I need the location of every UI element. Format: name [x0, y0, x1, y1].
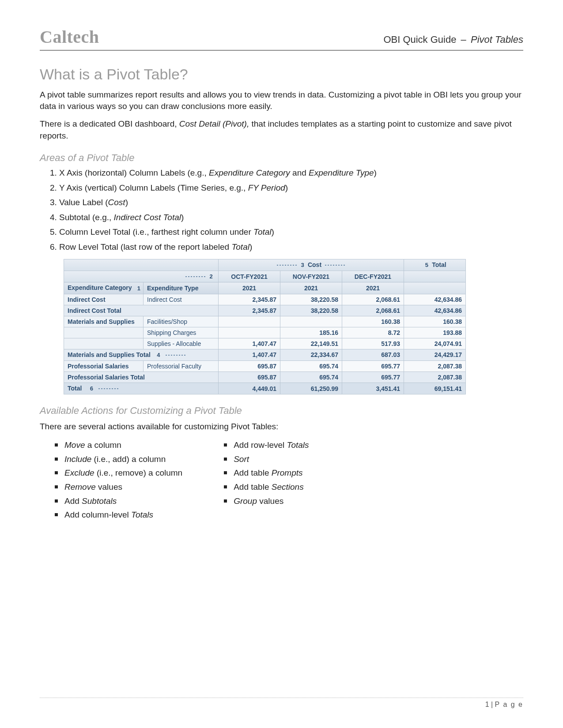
pivot-row-prof-total: Professorial Salaries Total 695.87 695.7… — [64, 372, 466, 383]
para2-a: There is a dedicated OBI dashboard, — [40, 119, 179, 128]
cell-v: 42,634.86 — [404, 305, 466, 316]
cell-v: 160.38 — [342, 316, 404, 327]
cell-v: 695.87 — [219, 360, 280, 372]
intro-para-2: There is a dedicated OBI dashboard, Cost… — [40, 118, 523, 141]
areas-heading: Areas of a Pivot Table — [40, 152, 523, 164]
pivot-year-3: 2021 — [342, 282, 404, 294]
intro-para-1: A pivot table summarizes report results … — [40, 89, 523, 112]
pivot-col-expcat: Expenditure Category 1 — [64, 282, 144, 294]
action-item: Move a column — [53, 439, 182, 451]
callout-4: 4 — [155, 352, 162, 359]
action-item: Remove values — [53, 481, 182, 493]
cell-type: Facilities/Shop — [144, 316, 219, 327]
actions-heading: Available Actions for Customizing a Pivo… — [40, 405, 523, 417]
cell-v: 22,334.67 — [280, 349, 342, 360]
cell-v: 1,407.47 — [219, 349, 280, 360]
cell-type: Shipping Charges — [144, 327, 219, 338]
para2-i: Cost Detail (Pivot), — [179, 119, 249, 128]
cell-v: 695.74 — [280, 360, 342, 372]
cell-v — [219, 327, 280, 338]
brand-logo: Caltech — [40, 26, 99, 47]
cell-v — [280, 316, 342, 327]
pivot-row-ms-supp: Supplies - Allocable 1,407.47 22,149.51 … — [64, 338, 466, 349]
cell-v — [219, 316, 280, 327]
pivot-total-label: Total — [432, 261, 446, 268]
pivot-row-indirect: Indirect Cost Indirect Cost 2,345.87 38,… — [64, 294, 466, 305]
header-bar: Caltech OBI Quick Guide – Pivot Tables — [40, 26, 523, 51]
cell-v: 61,250.99 — [280, 383, 342, 394]
cell-v: 69,151.41 — [404, 383, 466, 394]
actions-right: Add row-level Totals Sort Add table Prom… — [222, 437, 309, 523]
cell-grand: Total 6 — [64, 383, 219, 394]
action-item: Sort — [222, 454, 309, 465]
cell-cat — [64, 327, 144, 338]
callout-5: 5 — [423, 262, 430, 269]
doc-title-dash: – — [459, 34, 468, 45]
cell-v: 2,068.61 — [342, 305, 404, 316]
page-number: 1 — [485, 701, 489, 708]
pivot-blank-total2 — [404, 282, 466, 294]
doc-title-b: Pivot Tables — [471, 34, 523, 45]
pivot-col-exptype: Expenditure Type — [144, 282, 219, 294]
cell-v: 695.77 — [342, 372, 404, 383]
cell-v: 517.93 — [342, 338, 404, 349]
cell-v: 24,074.91 — [404, 338, 466, 349]
cell-v: 193.88 — [404, 327, 466, 338]
doc-title: OBI Quick Guide – Pivot Tables — [383, 34, 523, 45]
cell-v: 2,345.87 — [219, 294, 280, 305]
cell-v: 2,345.87 — [219, 305, 280, 316]
pivot-period-2: NOV-FY2021 — [280, 271, 342, 282]
action-item: Include (i.e., add) a column — [53, 454, 182, 465]
areas-item-2: Y Axis (vertical) Column Labels (Time Se… — [59, 182, 523, 194]
action-item: Add column-level Totals — [53, 509, 182, 521]
cell-subtotal: Materials and Supplies Total 4 — [64, 349, 219, 360]
pivot-period-1: OCT-FY2021 — [219, 271, 280, 282]
cell-cat: Professorial Salaries — [64, 360, 144, 372]
cell-v: 22,149.51 — [280, 338, 342, 349]
pivot-blank-top — [64, 259, 219, 270]
pivot-row-ms-fac: Materials and Supplies Facilities/Shop 1… — [64, 316, 466, 327]
pivot-row-prof: Professorial Salaries Professorial Facul… — [64, 360, 466, 372]
footer-sep: | — [489, 701, 495, 708]
cell-v: 3,451.41 — [342, 383, 404, 394]
cell-type: Indirect Cost — [144, 294, 219, 305]
areas-item-5: Column Level Total (i.e., farthest right… — [59, 226, 523, 238]
section-heading: What is a Pivot Table? — [40, 66, 523, 83]
cell-v: 8.72 — [342, 327, 404, 338]
pivot-table: 3 Cost 5 Total 2 OCT-FY2021 NOV-FY2021 D… — [64, 259, 466, 394]
cell-v: 185.16 — [280, 327, 342, 338]
pivot-cost-header: 3 Cost — [219, 259, 404, 270]
cell-v: 695.74 — [280, 372, 342, 383]
cell-v: 42,634.86 — [404, 294, 466, 305]
areas-item-3: Value Label (Cost) — [59, 197, 523, 208]
action-item: Group values — [222, 495, 309, 507]
cell-v: 4,449.01 — [219, 383, 280, 394]
action-item: Add Subtotals — [53, 495, 182, 507]
cell-v: 2,087.38 — [404, 372, 466, 383]
cell-type: Supplies - Allocable — [144, 338, 219, 349]
cell-v: 695.77 — [342, 360, 404, 372]
cell-cat: Indirect Cost — [64, 294, 144, 305]
pivot-cost-label: Cost — [308, 261, 321, 268]
pivot-year-2: 2021 — [280, 282, 342, 294]
pivot-table-figure: 3 Cost 5 Total 2 OCT-FY2021 NOV-FY2021 D… — [64, 259, 465, 394]
areas-list: X Axis (horizontal) Column Labels (e.g.,… — [43, 167, 523, 253]
actions-left: Move a column Include (i.e., add) a colu… — [53, 437, 182, 523]
cell-v: 2,068.61 — [342, 294, 404, 305]
pivot-blank-period: 2 — [64, 271, 219, 282]
cell-cat: Materials and Supplies — [64, 316, 144, 327]
pivot-row-ms-total: Materials and Supplies Total 4 1,407.47 … — [64, 349, 466, 360]
action-item: Add table Prompts — [222, 467, 309, 479]
cell-subtotal: Indirect Cost Total — [64, 305, 219, 316]
cell-v: 24,429.17 — [404, 349, 466, 360]
cell-v: 38,220.58 — [280, 305, 342, 316]
cell-v: 687.03 — [342, 349, 404, 360]
cell-v: 38,220.58 — [280, 294, 342, 305]
areas-item-6: Row Level Total (last row of the report … — [59, 241, 523, 253]
callout-1: 1 — [135, 285, 142, 292]
cell-cat — [64, 338, 144, 349]
action-item: Add row-level Totals — [222, 439, 309, 451]
pivot-row-ms-ship: Shipping Charges 185.16 8.72 193.88 — [64, 327, 466, 338]
pivot-total-header: 5 Total — [404, 259, 466, 270]
pivot-row-grand: Total 6 4,449.01 61,250.99 3,451.41 69,1… — [64, 383, 466, 394]
